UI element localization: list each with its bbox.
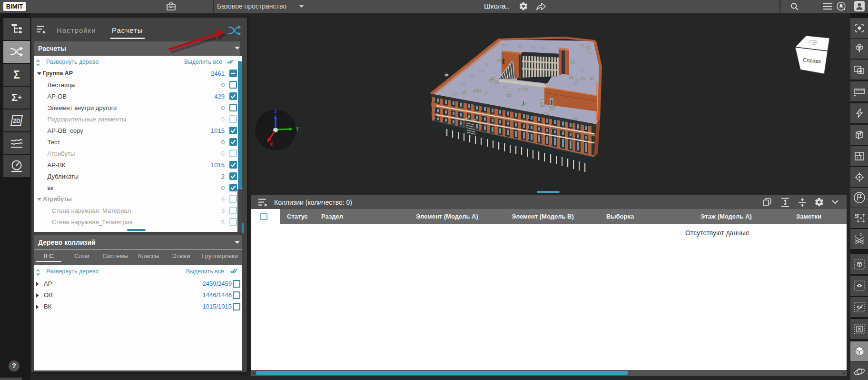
svg-text:2: 2 xyxy=(860,233,862,236)
svg-text:X: X xyxy=(270,142,273,147)
svg-text:Z: Z xyxy=(274,109,277,114)
svg-text:2D: 2D xyxy=(13,118,20,124)
svg-text:Y: Y xyxy=(296,127,299,132)
svg-text:1: 1 xyxy=(854,234,856,238)
